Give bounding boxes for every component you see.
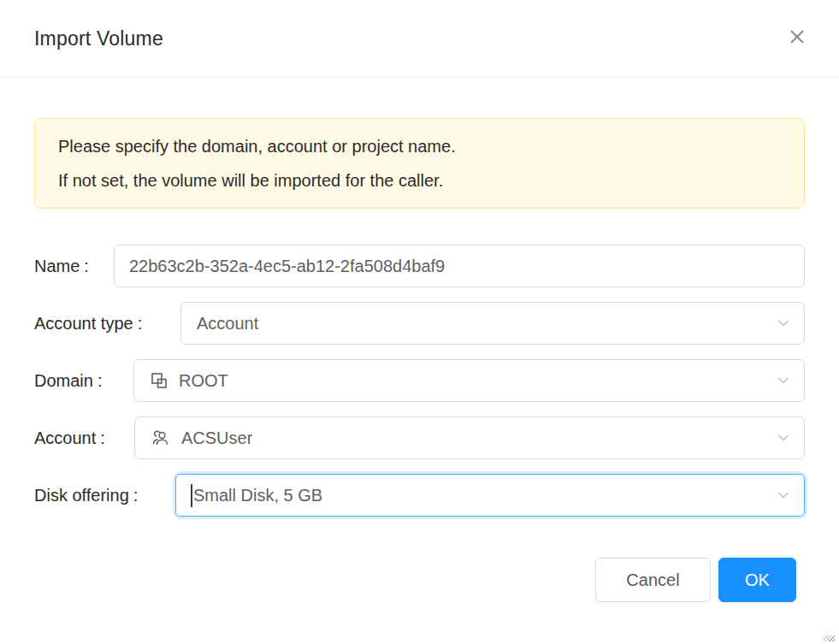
domain-value: ROOT xyxy=(179,371,228,391)
disk-offering-value: Small Disk, 5 GB xyxy=(193,486,322,505)
form-row-domain: Domain: ROOT xyxy=(34,359,805,402)
name-label: Name: xyxy=(34,245,89,287)
account-type-label: Account type: xyxy=(34,302,142,345)
alert-line-1: Please specify the domain, account or pr… xyxy=(58,129,781,163)
form-row-name: Name: xyxy=(34,245,805,287)
close-button[interactable] xyxy=(786,27,808,49)
info-alert: Please specify the domain, account or pr… xyxy=(34,118,805,209)
block-icon xyxy=(150,371,168,390)
alert-line-2: If not set, the volume will be imported … xyxy=(58,163,781,198)
page-title: Import Volume xyxy=(34,27,163,50)
resize-grip-artifact xyxy=(824,635,835,641)
disk-offering-label: Disk offering: xyxy=(34,474,138,517)
cancel-button[interactable]: Cancel xyxy=(595,558,711,602)
import-volume-modal: Import Volume Please specify the domain,… xyxy=(0,0,839,602)
domain-select[interactable]: ROOT xyxy=(133,359,805,402)
account-type-value: Account xyxy=(197,314,258,334)
account-select[interactable]: ACSUser xyxy=(134,417,805,459)
import-volume-form: Name: Account type: Account xyxy=(34,245,805,517)
team-icon xyxy=(151,428,171,447)
form-row-account: Account: ACSUser xyxy=(34,417,805,459)
modal-footer: Cancel OK xyxy=(0,558,796,602)
name-input-wrapper xyxy=(114,245,805,287)
ok-button[interactable]: OK xyxy=(718,558,796,602)
text-caret xyxy=(191,484,192,507)
account-label: Account: xyxy=(34,417,105,459)
form-row-disk-offering: Disk offering: Small Disk, 5 GB xyxy=(34,474,805,517)
close-icon xyxy=(787,27,807,50)
name-input[interactable] xyxy=(115,245,804,287)
modal-header: Import Volume xyxy=(0,0,839,78)
disk-offering-select[interactable]: Small Disk, 5 GB xyxy=(175,474,805,517)
domain-label: Domain: xyxy=(34,359,102,402)
account-value: ACSUser xyxy=(181,428,252,448)
form-row-account-type: Account type: Account xyxy=(34,302,805,345)
account-type-select[interactable]: Account xyxy=(180,302,805,345)
